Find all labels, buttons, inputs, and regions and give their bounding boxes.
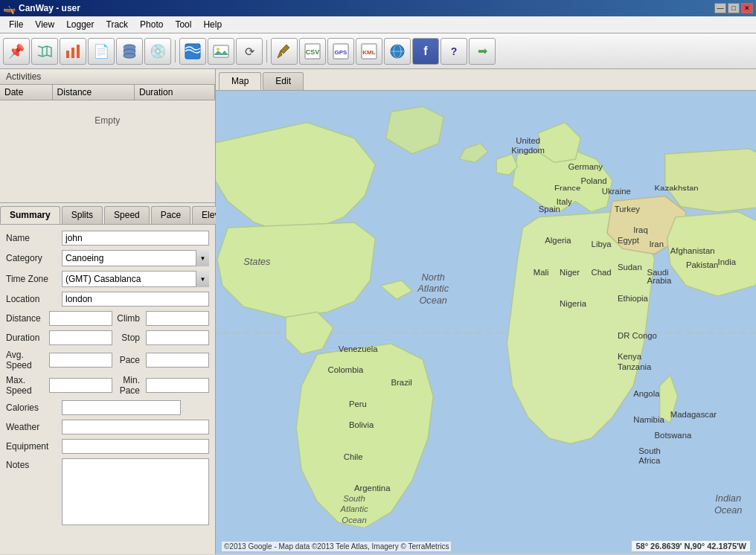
right-panel: Map Edit [216,69,756,554]
map-button[interactable] [31,38,58,65]
menu-photo[interactable]: Photo [134,18,169,31]
svg-text:⟳: ⟳ [245,45,255,58]
avg-speed-input[interactable] [49,353,112,368]
mapview-button[interactable] [179,38,206,65]
svg-text:Algeria: Algeria [545,236,571,245]
svg-text:Chile: Chile [344,452,363,461]
climb-label: Climb [115,313,143,324]
stop-input[interactable] [146,330,209,345]
file-button[interactable]: 📄 [88,38,115,65]
activities-table: Date Distance Duration Empty [0,85,215,141]
pace-input[interactable] [146,353,209,368]
calories-input[interactable] [62,400,181,415]
category-label: Category [6,253,62,263]
menu-view[interactable]: View [29,18,60,31]
app-icon: 🛶 [3,2,16,14]
svg-text:North: North [422,272,445,283]
tab-summary[interactable]: Summary [0,206,60,224]
gps-button[interactable]: GPS [327,38,354,65]
chart-button[interactable] [60,38,86,65]
svg-text:Turkey: Turkey [615,205,640,214]
svg-text:Afghanistan: Afghanistan [670,246,715,255]
activities-empty: Empty [0,100,215,141]
equipment-input[interactable] [62,439,209,454]
notes-textarea[interactable] [62,458,209,525]
menu-tool[interactable]: Tool [169,18,197,31]
close-button[interactable]: ✕ [741,3,753,13]
svg-text:Pakistan: Pakistan [686,260,718,269]
tab-splits[interactable]: Splits [62,206,103,224]
duration-input[interactable] [49,330,112,345]
equipment-row: Equipment [6,439,209,454]
svg-text:Germany: Germany [568,162,603,171]
rotate-button[interactable]: ⟳ [236,38,263,65]
image-button[interactable] [208,38,234,65]
menu-bar: File View Logger Track Photo Tool Help [0,16,756,33]
distance-input[interactable] [49,311,112,326]
title-bar-text: CanWay - user [19,3,80,13]
tab-edit[interactable]: Edit [263,72,304,90]
map-container[interactable]: States South Atlantic Ocean North Atlant… [216,91,756,554]
tab-container: Summary Splits Speed Pace Elevation Name… [0,203,215,554]
menu-help[interactable]: Help [197,18,228,31]
map-coords: 58° 26.8639' N,90° 42.1875'W [632,541,750,551]
minimize-button[interactable]: — [714,3,726,13]
svg-text:Iraq: Iraq [633,225,648,234]
climb-input[interactable] [146,311,209,326]
toolbar: 📌 📄 💿 ⟳ CSV GPS KML f ? ➡ [0,33,756,69]
svg-text:Tanzania: Tanzania [618,362,652,371]
maxspeed-minpace-row: Max. Speed Min. Pace [6,375,209,396]
max-speed-label: Max. Speed [6,375,46,396]
svg-text:Spain: Spain [539,205,560,214]
facebook-button[interactable]: f [412,38,439,65]
name-input[interactable] [62,231,209,246]
earth-button[interactable] [384,38,411,65]
timezone-select[interactable]: (GMT) Casablanca (GMT) London (GMT+1) Pa… [62,271,209,287]
map-svg: States South Atlantic Ocean North Atlant… [216,91,756,554]
calories-row: Calories [6,400,209,415]
left-panel: Activities Date Distance Duration Empty [0,69,216,554]
name-row: Name [6,231,209,246]
tab-map[interactable]: Map [219,72,261,90]
svg-text:DR Congo: DR Congo [618,331,657,340]
database-button[interactable] [116,38,143,65]
svg-text:Poland: Poland [580,176,606,185]
weather-input[interactable] [62,420,209,434]
tab-speed[interactable]: Speed [104,206,150,224]
svg-text:Kazakhstan: Kazakhstan [655,184,699,193]
tabs: Summary Splits Speed Pace Elevation [0,203,215,225]
menu-file[interactable]: File [3,18,29,31]
location-label: Location [6,294,62,304]
svg-text:GPS: GPS [335,49,348,56]
category-select[interactable]: Canoeing Running Cycling Swimming Walkin… [62,250,209,266]
max-speed-input[interactable] [49,378,112,393]
location-input[interactable] [62,292,209,307]
svg-text:Indian: Indian [715,493,741,504]
min-pace-input[interactable] [146,378,209,393]
duration-label: Duration [6,333,46,343]
svg-text:Iran: Iran [649,240,664,248]
main-container: Activities Date Distance Duration Empty [0,69,756,554]
csv-button[interactable]: CSV [299,38,326,65]
kml-button[interactable]: KML [356,38,382,65]
stop-label: Stop [115,333,143,343]
pin-button[interactable]: 📌 [3,38,30,65]
svg-rect-2 [66,51,69,58]
tab-pace[interactable]: Pace [151,206,190,224]
col-distance: Distance [52,85,134,100]
svg-text:Mali: Mali [534,268,549,277]
maximize-button[interactable]: □ [728,3,740,13]
svg-text:Ocean: Ocean [714,504,743,516]
title-bar: 🛶 CanWay - user — □ ✕ [0,0,756,16]
svg-text:Egypt: Egypt [618,236,640,245]
svg-text:Ukraine: Ukraine [602,187,631,196]
svg-point-9 [124,54,135,58]
menu-track[interactable]: Track [100,18,135,31]
svg-text:Peru: Peru [349,400,367,408]
menu-logger[interactable]: Logger [60,18,100,31]
tools-button[interactable] [271,38,298,65]
disk-button[interactable]: 💿 [144,38,171,65]
svg-text:Niger: Niger [560,268,580,277]
exit-button[interactable]: ➡ [469,38,496,65]
help-button[interactable]: ? [441,38,467,65]
